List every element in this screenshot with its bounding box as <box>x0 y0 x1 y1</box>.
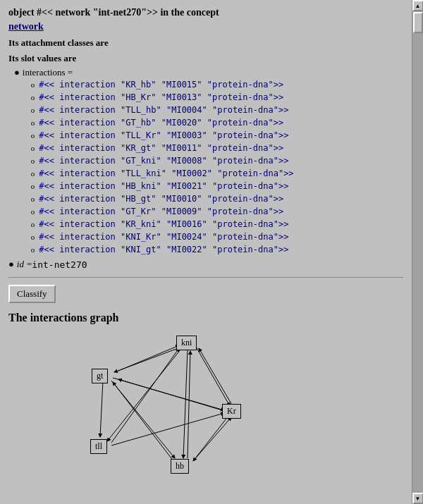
classify-button[interactable]: Classify <box>8 285 56 303</box>
svg-line-6 <box>100 381 103 437</box>
node-kr: Kr <box>222 404 241 419</box>
interaction-link[interactable]: #<< interaction "KR_gt" "MI0011" "protei… <box>39 142 283 154</box>
interaction-link[interactable]: #<< interaction "TLL_Kr" "MI0003" "prote… <box>39 129 288 142</box>
scrollbar: ▲ ▼ <box>412 0 423 504</box>
interaction-item: #<< interaction "KNI_gt" "MI0022" "prote… <box>23 243 294 256</box>
interaction-link[interactable]: #<< interaction "GT_Kr" "MI0009" "protei… <box>39 205 283 218</box>
interaction-item: #<< interaction "TLL_kni" "MI0002" "prot… <box>23 167 294 180</box>
interaction-link[interactable]: #<< interaction "HB_kni" "MI0021" "prote… <box>39 180 288 192</box>
node-gt: gt <box>92 369 108 383</box>
node-kni: kni <box>176 336 197 350</box>
id-row: ● id = int-net270 <box>8 259 403 270</box>
id-equals: = <box>27 259 32 270</box>
graph-area: kni gt Kr tll hb <box>16 330 354 471</box>
svg-line-11 <box>111 348 179 443</box>
interaction-item: #<< interaction "KR_gt" "MI0011" "protei… <box>23 142 294 154</box>
slot-heading: Its slot values are <box>8 53 403 64</box>
interaction-item: #<< interaction "KR_hb" "MI0015" "protei… <box>23 78 294 91</box>
interaction-link[interactable]: #<< interaction "TLL_hb" "MI0004" "prote… <box>39 104 288 116</box>
interaction-link[interactable]: #<< interaction "HB_Kr" "MI0013" "protei… <box>39 91 283 104</box>
id-value: int-net270 <box>32 259 87 270</box>
interaction-link[interactable]: #<< interaction "TLL_kni" "MI0002" "prot… <box>39 167 293 180</box>
svg-line-5 <box>118 345 179 371</box>
interaction-link[interactable]: #<< interaction "KR_hb" "MI0015" "protei… <box>39 78 283 91</box>
svg-line-12 <box>111 413 224 445</box>
interaction-link[interactable]: #<< interaction "KR_kni" "MI0016" "prote… <box>39 218 288 231</box>
interaction-item: #<< interaction "HB_kni" "MI0021" "prote… <box>23 180 294 192</box>
attachment-heading: Its attachment classes are <box>8 37 403 49</box>
graph-title: The interactions graph <box>8 312 403 324</box>
svg-line-15 <box>193 417 231 461</box>
interaction-item: #<< interaction "HB_Kr" "MI0013" "protei… <box>23 91 294 104</box>
interaction-link[interactable]: #<< interaction "HB_gt" "MI0010" "protei… <box>39 192 283 205</box>
slot-list: ● interactions = #<< interaction "KR_hb"… <box>8 67 403 256</box>
scroll-down-button[interactable]: ▼ <box>412 493 424 504</box>
interaction-link[interactable]: #<< interaction "GT_hb" "MI0020" "protei… <box>39 116 283 129</box>
interaction-link[interactable]: #<< interaction "KNI_gt" "MI0022" "prote… <box>39 243 288 256</box>
svg-line-1 <box>196 347 230 406</box>
svg-line-13 <box>188 351 190 458</box>
scroll-thumb[interactable] <box>413 12 423 33</box>
svg-line-9 <box>199 348 233 406</box>
id-bullet-icon: ● <box>8 259 14 270</box>
graph-svg <box>16 330 354 471</box>
interaction-item: #<< interaction "GT_Kr" "MI0009" "protei… <box>23 205 294 218</box>
interaction-item: #<< interaction "GT_kni" "MI0008" "prote… <box>23 154 294 167</box>
svg-line-2 <box>107 350 180 441</box>
scroll-track <box>412 11 424 493</box>
interactions-label: interactions = <box>23 67 73 78</box>
interaction-item: #<< interaction "KR_kni" "MI0016" "prote… <box>23 218 294 231</box>
interaction-item: #<< interaction "HB_gt" "MI0010" "protei… <box>23 192 294 205</box>
svg-line-14 <box>113 382 173 461</box>
bullet-icon: ● <box>14 67 20 78</box>
svg-line-3 <box>183 350 188 458</box>
interaction-item: #<< interaction "KNI_Kr" "MI0024" "prote… <box>23 231 294 243</box>
interaction-link[interactable]: #<< interaction "GT_kni" "MI0008" "prote… <box>39 154 288 167</box>
page-title: object #<< network "int-net270">> in the… <box>8 6 403 33</box>
svg-line-10 <box>193 416 228 461</box>
interactions-list: #<< interaction "KR_hb" "MI0015" "protei… <box>23 78 294 256</box>
interaction-item: #<< interaction "GT_hb" "MI0020" "protei… <box>23 116 294 129</box>
scroll-up-button[interactable]: ▲ <box>412 0 424 11</box>
id-label: id <box>17 259 24 270</box>
interaction-item: #<< interaction "TLL_Kr" "MI0003" "prote… <box>23 129 294 142</box>
interaction-link[interactable]: #<< interaction "KNI_Kr" "MI0024" "prote… <box>39 231 288 243</box>
divider <box>8 277 403 278</box>
network-link[interactable]: network <box>8 21 44 32</box>
interaction-item: #<< interaction "TLL_hb" "MI0004" "prote… <box>23 104 294 116</box>
node-tll: tll <box>90 439 107 454</box>
node-hb: hb <box>171 459 189 474</box>
